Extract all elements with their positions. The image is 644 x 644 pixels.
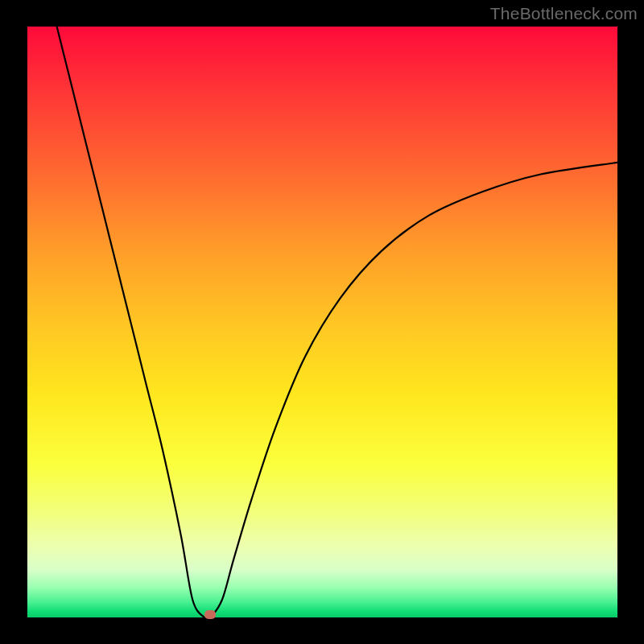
watermark-text: TheBottleneck.com [490,4,638,23]
plot-area [27,27,617,617]
optimum-marker [204,610,216,619]
chart-frame: TheBottleneck.com [0,0,644,644]
bottleneck-curve [27,27,617,617]
